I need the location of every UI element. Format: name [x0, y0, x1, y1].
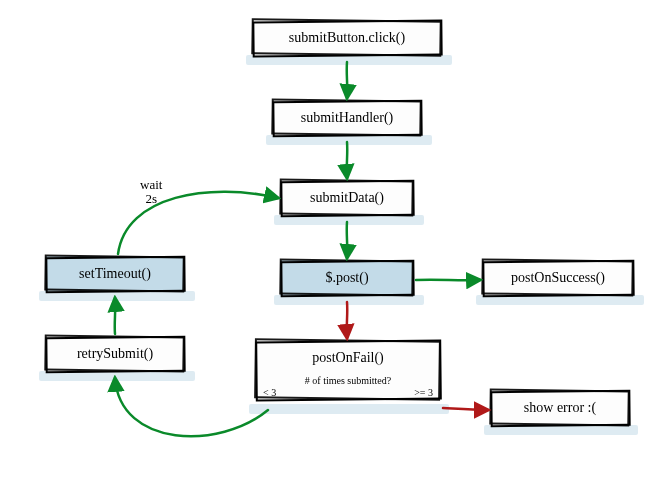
node-label: retrySubmit()	[77, 346, 153, 361]
node-submit-button-click: submitButton.click()	[252, 20, 442, 56]
node-submit-handler: submitHandler()	[272, 100, 422, 136]
node-show-error: show error :(	[490, 390, 630, 426]
node-label: submitHandler()	[301, 110, 394, 125]
node-post-on-fail: postOnFail() # of times submitted? < 3 >…	[255, 340, 441, 400]
node-post-on-success: postOnSuccess()	[482, 260, 634, 296]
node-label: $.post()	[325, 270, 368, 285]
node-label: show error :(	[524, 400, 596, 415]
fail-subtext-question: # of times submitted?	[255, 375, 441, 386]
node-label: submitData()	[310, 190, 384, 205]
node-submit-data: submitData()	[280, 180, 414, 216]
fail-branch-gte3: >= 3	[414, 387, 433, 398]
node-label: submitButton.click()	[289, 30, 405, 45]
node-label: setTimeout()	[79, 266, 151, 281]
edge-label-wait-2s: wait 2s	[140, 178, 162, 205]
node-set-timeout: setTimeout()	[45, 256, 185, 292]
node-label: postOnFail()	[312, 350, 384, 365]
fail-branch-lt3: < 3	[263, 387, 276, 398]
node-label: postOnSuccess()	[511, 270, 605, 285]
node-post: $.post()	[280, 260, 414, 296]
node-retry-submit: retrySubmit()	[45, 336, 185, 372]
